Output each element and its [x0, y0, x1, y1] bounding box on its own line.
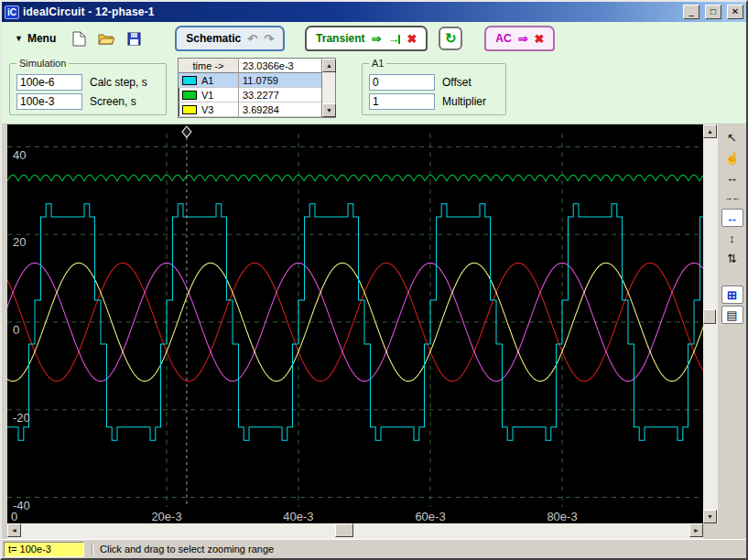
zoom-x-icon[interactable]: ↔	[721, 168, 743, 187]
window-title: idealCircuit - 12-phase-1	[23, 5, 678, 18]
signal-name-v3: V3	[201, 104, 213, 115]
waveform-plot[interactable]: 40200-20-40020e-340e-360e-380e-3	[7, 124, 703, 523]
plot-vscroll-track[interactable]	[703, 138, 718, 510]
app-window: iC idealCircuit - 12-phase-1 _ □ ✕ ▼ Men…	[0, 0, 748, 560]
plot-region: 40200-20-40020e-340e-360e-380e-3 ▲ ▼ ↖ ☝…	[2, 124, 746, 523]
signal-value-a1: 11.0759	[239, 73, 321, 88]
save-floppy-icon	[127, 32, 141, 46]
simulation-groupbox: Simulation Calc step, s Screen, s	[9, 58, 167, 115]
plot-hscroll-track[interactable]	[21, 523, 689, 539]
scrollbar-corner	[703, 523, 746, 539]
zoom-y-in-icon[interactable]: ⇅	[721, 249, 743, 267]
values-table-icon[interactable]: ▤	[721, 306, 743, 324]
pan-hand-icon[interactable]: ☝	[721, 148, 743, 167]
svg-text:0: 0	[11, 510, 17, 523]
signal-swatch-a1	[182, 76, 197, 85]
stop-transient-icon[interactable]: ✖	[407, 32, 417, 46]
svg-text:40e-3: 40e-3	[283, 510, 313, 523]
menu-button[interactable]: ▼ Menu	[9, 28, 61, 48]
signal-table-scrollbar: ▲ ▼	[321, 59, 335, 117]
tab-ac-label: AC	[495, 32, 511, 45]
rerun-icon: ↻	[445, 30, 457, 47]
svg-text:20e-3: 20e-3	[151, 510, 181, 523]
calc-step-label: Calc step, s	[90, 76, 147, 89]
simulation-groupbox-title: Simulation	[16, 58, 69, 69]
title-bar: iC idealCircuit - 12-phase-1 _ □ ✕	[2, 2, 746, 22]
signal-row-v3[interactable]: V3	[179, 102, 239, 117]
plot-hscroll-thumb[interactable]	[335, 523, 353, 537]
svg-text:80e-3: 80e-3	[547, 510, 577, 523]
minimize-button[interactable]: _	[683, 5, 699, 19]
plot-horizontal-scrollbar: ◄ ►	[2, 523, 746, 539]
multiplier-input[interactable]	[369, 93, 435, 110]
plot-scroll-down-icon[interactable]: ▼	[703, 510, 717, 523]
app-logo-icon: iC	[5, 5, 19, 19]
run-ac-icon[interactable]: ⇒	[518, 32, 528, 46]
menu-label: Menu	[27, 32, 56, 45]
signal-scroll-track[interactable]	[322, 72, 335, 103]
scroll-up-icon[interactable]: ▲	[322, 59, 336, 72]
stop-ac-icon[interactable]: ✖	[535, 32, 545, 46]
a1-groupbox: A1 Offset Multiplier	[362, 58, 506, 115]
scroll-down-icon[interactable]: ▼	[322, 103, 336, 117]
new-file-button[interactable]	[69, 28, 89, 48]
waveform-svg[interactable]: 40200-20-40020e-340e-360e-380e-3	[7, 124, 703, 523]
open-file-button[interactable]	[96, 28, 116, 48]
redo-icon[interactable]: ↷	[264, 32, 274, 46]
run-transient-icon[interactable]: ⇒	[371, 32, 381, 46]
open-folder-icon	[98, 32, 114, 45]
menu-caret-icon: ▼	[15, 34, 23, 43]
signal-swatch-v3	[182, 105, 197, 114]
save-file-button[interactable]	[124, 28, 144, 48]
undo-icon[interactable]: ↶	[247, 32, 257, 46]
plot-scroll-left-icon[interactable]: ◄	[7, 523, 21, 537]
signal-table: time -> 23.0366e-3 A1 11.0759 V1 33.2277…	[178, 58, 336, 118]
plot-vertical-scrollbar: ▲ ▼	[703, 124, 718, 523]
svg-text:20: 20	[13, 235, 26, 249]
svg-text:-20: -20	[13, 411, 30, 425]
signal-value-v3: 3.69284	[239, 102, 321, 117]
signal-swatch-v1	[182, 91, 197, 100]
tab-ac[interactable]: AC ⇒ ✖	[484, 26, 555, 51]
signal-table-header-time: time ->	[179, 59, 239, 73]
fit-all-icon[interactable]: ⊞	[721, 285, 743, 304]
step-transient-icon[interactable]: →	[387, 32, 400, 46]
svg-text:60e-3: 60e-3	[415, 510, 445, 523]
time-cursor-diamond[interactable]	[182, 126, 191, 137]
offset-label: Offset	[442, 76, 472, 89]
plot-scroll-right-icon[interactable]: ►	[689, 523, 703, 537]
svg-text:0: 0	[13, 323, 19, 337]
zoom-y-icon[interactable]: ↕	[721, 229, 743, 247]
signal-table-cursor-time: 23.0366e-3	[239, 59, 321, 73]
time-readout: t= 100e-3	[4, 542, 84, 557]
calc-step-input[interactable]	[16, 74, 82, 91]
status-bar: t= 100e-3 Click and drag to select zoomi…	[2, 539, 746, 558]
svg-text:40: 40	[13, 148, 26, 162]
a1-groupbox-title: A1	[369, 58, 386, 69]
maximize-button[interactable]: □	[705, 5, 721, 19]
tab-schematic-label: Schematic	[186, 32, 241, 45]
new-file-icon	[72, 31, 86, 47]
screen-time-input[interactable]	[16, 93, 82, 110]
zoom-x-in-icon[interactable]: →←	[721, 188, 743, 207]
settings-panel: Simulation Calc step, s Screen, s time -…	[2, 55, 746, 124]
signal-name-v1: V1	[201, 90, 213, 101]
fit-x-icon[interactable]: ↔	[721, 209, 743, 227]
status-hint: Click and drag to select zooming range	[100, 544, 274, 555]
toolbar: ▼ Menu Schematic ↶ ↷	[2, 22, 746, 55]
status-divider	[92, 543, 92, 556]
tab-transient[interactable]: Transient ⇒ → ✖	[305, 26, 428, 51]
plot-tool-column: ↖ ☝ ↔ →← ↔ ↕ ⇅ ⊞ ▤	[718, 124, 746, 523]
rerun-button[interactable]: ↻	[439, 27, 462, 50]
offset-input[interactable]	[369, 74, 435, 91]
signal-row-a1[interactable]: A1	[179, 73, 239, 88]
close-button[interactable]: ✕	[727, 5, 743, 19]
tab-schematic[interactable]: Schematic ↶ ↷	[175, 26, 285, 51]
signal-name-a1: A1	[201, 75, 213, 86]
plot-vscroll-thumb[interactable]	[703, 309, 716, 324]
multiplier-label: Multiplier	[442, 95, 486, 108]
signal-row-v1[interactable]: V1	[179, 88, 239, 102]
plot-scroll-up-icon[interactable]: ▲	[703, 124, 717, 138]
pointer-tool-icon[interactable]: ↖	[721, 128, 743, 146]
screen-time-label: Screen, s	[90, 95, 136, 108]
